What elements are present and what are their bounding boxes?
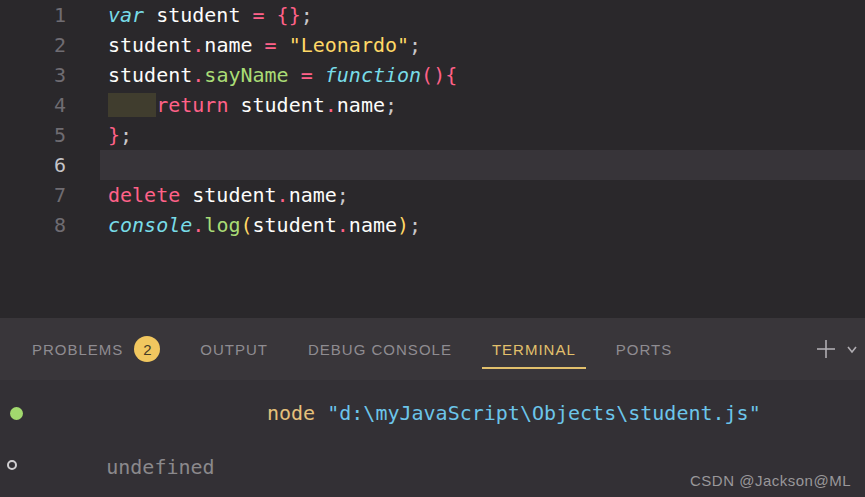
code-line[interactable]: 8console.log(student.name); <box>0 210 865 240</box>
tab-output-label: OUTPUT <box>200 341 268 358</box>
tab-ports[interactable]: PORTS <box>616 318 672 380</box>
code-lines: 1var student = {};2student.name = "Leona… <box>0 0 865 240</box>
code-text: return student.name; <box>108 90 397 120</box>
line-number: 3 <box>0 60 66 90</box>
tab-terminal[interactable]: TERMINAL <box>492 318 576 380</box>
watermark: CSDN @Jackson@ML <box>690 472 851 489</box>
code-token: name <box>204 33 264 57</box>
line-number: 1 <box>0 0 66 30</box>
code-text: delete student.name; <box>108 180 349 210</box>
tab-debug-console-label: DEBUG CONSOLE <box>308 341 452 358</box>
code-line[interactable]: 7delete student.name; <box>0 180 865 210</box>
line-number: 8 <box>0 210 66 240</box>
code-line[interactable]: 4 return student.name; <box>0 90 865 120</box>
code-line[interactable]: 6 <box>0 150 865 180</box>
code-token: name <box>337 93 385 117</box>
code-token: student <box>144 3 252 27</box>
code-text: console.log(student.name); <box>108 210 421 240</box>
code-token: ; <box>337 183 349 207</box>
code-token: student <box>253 213 337 237</box>
line-number: 7 <box>0 180 66 210</box>
line-number: 5 <box>0 120 66 150</box>
panel-actions <box>813 318 865 380</box>
code-token: ; <box>385 93 397 117</box>
code-token: . <box>325 93 337 117</box>
prompt-circle-icon <box>7 460 17 470</box>
code-token: = <box>253 3 265 27</box>
code-token: ; <box>409 33 421 57</box>
problems-count-badge: 2 <box>134 336 160 362</box>
code-line[interactable]: 2student.name = "Leonardo"; <box>0 30 865 60</box>
terminal-command-node: node <box>267 401 315 425</box>
bottom-panel: PROBLEMS 2 OUTPUT DEBUG CONSOLE TERMINAL… <box>0 318 865 497</box>
code-text: var student = {}; <box>108 0 313 30</box>
tab-debug-console[interactable]: DEBUG CONSOLE <box>308 318 452 380</box>
tab-output[interactable]: OUTPUT <box>200 318 268 380</box>
line-number: 2 <box>0 30 66 60</box>
tab-terminal-label: TERMINAL <box>492 341 576 358</box>
code-token: } <box>108 123 120 147</box>
code-token: student <box>180 183 276 207</box>
code-text: student.name = "Leonardo"; <box>108 30 421 60</box>
code-token: student <box>108 63 192 87</box>
code-editor[interactable]: 1var student = {};2student.name = "Leona… <box>0 0 865 318</box>
code-token: student <box>108 33 192 57</box>
code-token <box>265 3 277 27</box>
code-token: = <box>265 33 277 57</box>
code-token: . <box>192 33 204 57</box>
terminal-command-text: node "d:\myJavaScript\Objects\student.js… <box>267 400 761 427</box>
run-success-dot-icon <box>10 407 23 420</box>
code-text: }; <box>108 120 132 150</box>
code-token <box>313 63 325 87</box>
code-token: delete <box>108 183 180 207</box>
plus-icon[interactable] <box>813 336 839 362</box>
code-text: student.sayName = function(){ <box>108 60 457 90</box>
tab-problems[interactable]: PROBLEMS 2 <box>32 318 160 380</box>
code-token: ; <box>301 3 313 27</box>
code-token <box>277 33 289 57</box>
code-token: {} <box>277 3 301 27</box>
code-token: student <box>228 93 324 117</box>
code-token: ( <box>240 213 252 237</box>
tab-ports-label: PORTS <box>616 341 672 358</box>
code-token: ; <box>120 123 132 147</box>
code-line[interactable]: 1var student = {}; <box>0 0 865 30</box>
code-token: var <box>108 3 144 27</box>
code-line[interactable]: 3student.sayName = function(){ <box>0 60 865 90</box>
code-token: console <box>108 213 192 237</box>
terminal-command-path: "d:\myJavaScript\Objects\student.js" <box>327 401 760 425</box>
code-token: function <box>325 63 421 87</box>
code-token: return <box>156 93 228 117</box>
tab-problems-label: PROBLEMS <box>32 341 123 358</box>
code-token: name <box>289 183 337 207</box>
terminal-prompt-row[interactable]: PS D:\myJavaScript> <box>34 454 362 481</box>
code-token: "Leonardo" <box>289 33 409 57</box>
code-token <box>108 93 156 117</box>
code-token: . <box>277 183 289 207</box>
code-token: ; <box>409 213 421 237</box>
code-line[interactable]: 5}; <box>0 120 865 150</box>
code-token: . <box>337 213 349 237</box>
code-token: log <box>204 213 240 237</box>
line-number: 6 <box>0 150 66 180</box>
code-token: name <box>349 213 397 237</box>
code-token: ) <box>397 213 409 237</box>
terminal-output-row: undefined <box>34 427 215 454</box>
code-token: (){ <box>421 63 457 87</box>
code-token: . <box>192 63 204 87</box>
code-token: = <box>301 63 313 87</box>
panel-tab-bar: PROBLEMS 2 OUTPUT DEBUG CONSOLE TERMINAL… <box>0 318 865 380</box>
terminal-command-row: node "d:\myJavaScript\Objects\student.js… <box>0 400 865 427</box>
code-token: sayName <box>204 63 300 87</box>
chevron-down-icon[interactable] <box>839 336 865 362</box>
code-token: . <box>192 213 204 237</box>
line-number: 4 <box>0 90 66 120</box>
